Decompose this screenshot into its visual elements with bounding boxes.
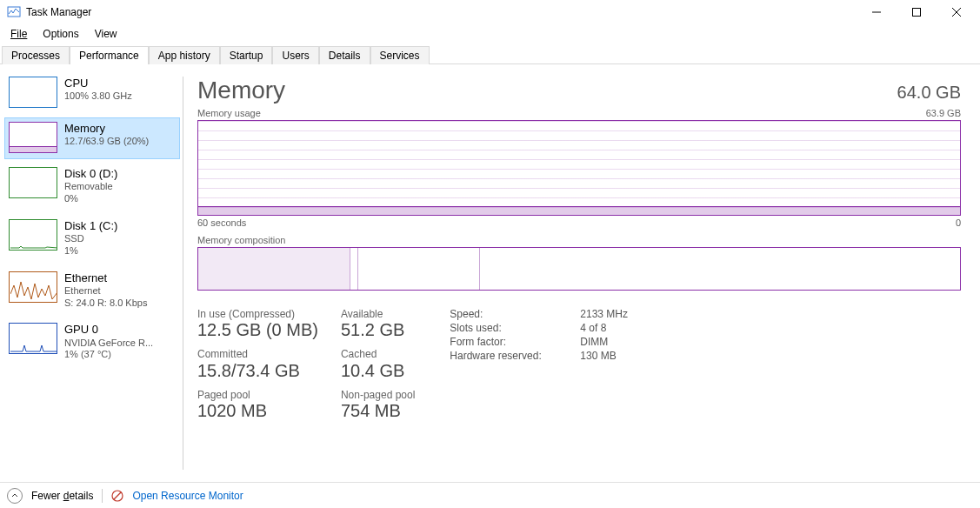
tab-strip: Processes Performance App history Startu… <box>0 43 980 64</box>
inuse-label: In use (Compressed) <box>197 308 318 320</box>
sidebar-item-label: Disk 1 (C:) <box>64 219 117 233</box>
memory-thumb-icon <box>9 122 57 153</box>
composition-standby-segment <box>358 248 480 290</box>
hw-value: 130 MB <box>580 350 616 362</box>
slots-label: Slots used: <box>450 322 545 334</box>
sidebar-item-label: CPU <box>64 77 132 90</box>
sidebar-item-label: GPU 0 <box>64 323 153 337</box>
content: CPU 100% 3.80 GHz Memory 12.7/63.9 GB (2… <box>0 64 980 482</box>
composition-free-segment <box>480 248 960 290</box>
composition-modified-segment <box>350 248 358 290</box>
cpu-thumb-icon <box>9 77 57 108</box>
minimize-button[interactable] <box>857 0 897 24</box>
menu-view[interactable]: View <box>88 26 124 42</box>
sidebar-item-label: Disk 0 (D:) <box>64 167 117 181</box>
footer-divider <box>102 489 103 503</box>
sidebar-item-label: Memory <box>64 122 149 136</box>
sidebar-item-sub: NVIDIA GeForce R... <box>64 338 153 350</box>
tab-app-history[interactable]: App history <box>149 46 220 64</box>
maximize-button[interactable] <box>897 0 937 24</box>
menubar: File Options View <box>0 24 980 43</box>
composition-inuse-segment <box>198 248 350 290</box>
tab-users[interactable]: Users <box>272 46 318 64</box>
available-label: Available <box>341 308 415 320</box>
memory-usage-chart <box>197 120 961 216</box>
capacity-value: 64.0 GB <box>897 83 961 103</box>
slots-value: 4 of 8 <box>580 322 606 334</box>
x-axis-left: 60 seconds <box>197 217 246 228</box>
available-value: 51.2 GB <box>341 320 415 339</box>
main-panel: Memory 64.0 GB Memory usage 63.9 GB 60 s… <box>189 64 980 482</box>
sidebar-item-sub: SSD <box>64 233 117 245</box>
form-value: DIMM <box>580 336 608 348</box>
x-axis-right: 0 <box>956 217 961 228</box>
tab-details[interactable]: Details <box>319 46 370 64</box>
menu-options[interactable]: Options <box>36 26 85 42</box>
sidebar-item-disk0[interactable]: Disk 0 (D:) Removable 0% <box>5 164 179 211</box>
sidebar-item-sub2: 1% (37 °C) <box>64 349 153 361</box>
sidebar-item-sub: Ethernet <box>64 285 147 297</box>
sidebar-item-sub: 12.7/63.9 GB (20%) <box>64 136 149 148</box>
sidebar-item-sub: Removable <box>64 181 117 193</box>
nonpaged-label: Non-paged pool <box>341 389 415 401</box>
speed-value: 2133 MHz <box>580 308 628 320</box>
sidebar-item-gpu0[interactable]: GPU 0 NVIDIA GeForce R... 1% (37 °C) <box>5 319 179 366</box>
nonpaged-value: 754 MB <box>341 401 415 420</box>
sidebar: CPU 100% 3.80 GHz Memory 12.7/63.9 GB (2… <box>0 64 183 482</box>
page-title: Memory <box>197 77 285 104</box>
disk-thumb-icon <box>9 219 57 251</box>
committed-label: Committed <box>197 348 318 360</box>
titlebar: Task Manager <box>0 0 980 24</box>
usage-chart-label: Memory usage <box>197 108 261 118</box>
disk-thumb-icon <box>9 167 57 198</box>
gpu-thumb-icon <box>9 323 57 354</box>
tab-startup[interactable]: Startup <box>220 46 273 64</box>
svg-rect-2 <box>913 9 921 17</box>
sidebar-item-cpu[interactable]: CPU 100% 3.80 GHz <box>5 73 179 113</box>
composition-label: Memory composition <box>197 235 961 245</box>
sidebar-item-sub2: 1% <box>64 245 117 257</box>
chevron-up-icon[interactable] <box>7 488 23 504</box>
resource-monitor-icon <box>111 490 123 502</box>
sidebar-item-disk1[interactable]: Disk 1 (C:) SSD 1% <box>5 216 179 263</box>
svg-line-6 <box>114 492 121 499</box>
divider <box>183 77 183 470</box>
footer: Fewer details Open Resource Monitor <box>0 482 980 508</box>
ethernet-thumb-icon <box>9 271 57 303</box>
sidebar-item-sub2: S: 24.0 R: 8.0 Kbps <box>64 297 147 310</box>
sidebar-item-label: Ethernet <box>64 271 147 285</box>
window-title: Task Manager <box>26 6 91 18</box>
committed-value: 15.8/73.4 GB <box>197 361 318 380</box>
close-button[interactable] <box>937 0 977 24</box>
tab-processes[interactable]: Processes <box>2 46 70 64</box>
hw-label: Hardware reserved: <box>450 350 545 362</box>
memory-composition-chart <box>197 247 961 291</box>
paged-label: Paged pool <box>197 389 318 401</box>
form-label: Form factor: <box>450 336 545 348</box>
menu-file[interactable]: File <box>3 26 34 42</box>
open-resource-monitor-link[interactable]: Open Resource Monitor <box>132 490 243 502</box>
fewer-details-link[interactable]: Fewer details <box>31 490 93 502</box>
app-icon <box>7 5 21 19</box>
tab-services[interactable]: Services <box>370 46 430 64</box>
cached-label: Cached <box>341 348 415 360</box>
speed-label: Speed: <box>450 308 545 320</box>
usage-chart-max: 63.9 GB <box>926 108 961 118</box>
sidebar-item-ethernet[interactable]: Ethernet Ethernet S: 24.0 R: 8.0 Kbps <box>5 268 179 315</box>
cached-value: 10.4 GB <box>341 361 415 380</box>
tab-performance[interactable]: Performance <box>70 46 149 64</box>
inuse-value: 12.5 GB (0 MB) <box>197 320 318 339</box>
sidebar-item-memory[interactable]: Memory 12.7/63.9 GB (20%) <box>5 118 179 158</box>
paged-value: 1020 MB <box>197 401 318 420</box>
sidebar-item-sub2: 0% <box>64 193 117 205</box>
sidebar-item-sub: 100% 3.80 GHz <box>64 90 132 103</box>
